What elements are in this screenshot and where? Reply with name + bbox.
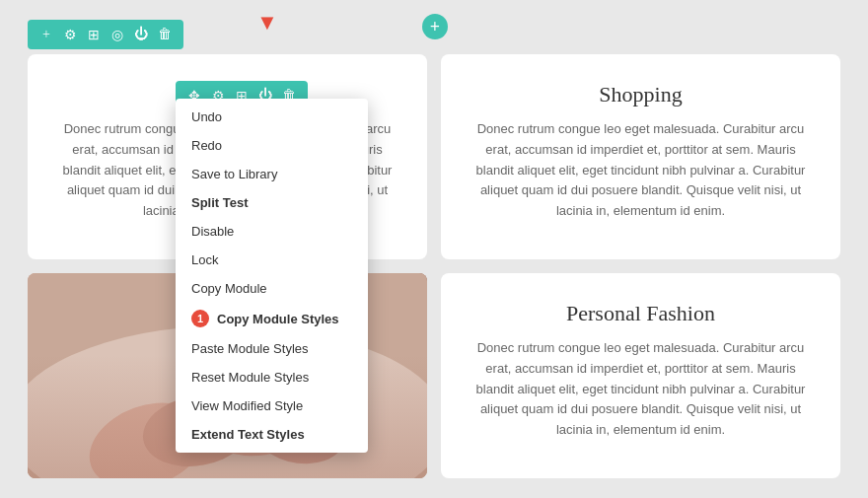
menu-item-disable-label: Disable	[191, 224, 234, 239]
gear-icon[interactable]: ⚙	[61, 26, 79, 43]
menu-item-disable[interactable]: Disable	[176, 217, 368, 246]
menu-item-copy-module-styles-label: Copy Module Styles	[217, 312, 339, 326]
menu-item-view-modified-style[interactable]: View Modified Style	[176, 391, 368, 420]
menu-item-redo[interactable]: Redo	[176, 131, 368, 160]
menu-item-redo-label: Redo	[191, 138, 222, 153]
menu-item-view-modified-label: View Modified Style	[191, 398, 303, 413]
menu-item-copy-module[interactable]: Copy Module	[176, 274, 368, 303]
card-bottom-right-text: Donec rutrum congue leo eget malesuada. …	[470, 338, 811, 441]
menu-item-undo[interactable]: Undo	[176, 103, 368, 131]
menu-item-split-test[interactable]: Split Test	[176, 188, 368, 217]
menu-item-reset-module-styles[interactable]: Reset Module Styles	[176, 363, 368, 391]
menu-item-save-label: Save to Library	[191, 167, 277, 181]
menu-item-paste-label: Paste Module Styles	[191, 341, 309, 356]
card-top-right-text: Donec rutrum congue leo eget malesuada. …	[470, 119, 811, 222]
power-icon[interactable]: ⏻	[132, 26, 150, 43]
copy-styles-badge: 1	[191, 310, 209, 327]
menu-item-reset-label: Reset Module Styles	[191, 370, 309, 385]
menu-item-save-to-library[interactable]: Save to Library	[176, 160, 368, 188]
trash-icon[interactable]: 🗑	[156, 26, 174, 43]
add-icon[interactable]: +	[37, 26, 55, 43]
top-toolbar: + ⚙ ⊞ ◎ ⏻ 🗑	[28, 20, 183, 49]
card-bottom-right: Personal Fashion Donec rutrum congue leo…	[441, 273, 840, 478]
menu-item-lock-label: Lock	[191, 252, 218, 267]
menu-item-copy-module-styles[interactable]: 1 Copy Module Styles	[176, 303, 368, 334]
menu-item-split-test-label: Split Test	[191, 195, 249, 210]
card-top-right: Shopping Donec rutrum congue leo eget ma…	[441, 54, 840, 259]
menu-item-lock[interactable]: Lock	[176, 246, 368, 274]
card-bottom-right-title: Personal Fashion	[470, 301, 811, 326]
menu-item-paste-module-styles[interactable]: Paste Module Styles	[176, 334, 368, 363]
menu-item-extend-text-label: Extend Text Styles	[191, 427, 305, 442]
menu-item-extend-text-styles[interactable]: Extend Text Styles	[176, 420, 368, 449]
menu-item-undo-label: Undo	[191, 109, 222, 124]
circle-icon[interactable]: ◎	[108, 26, 126, 43]
context-menu: Undo Redo Save to Library Split Test Dis…	[176, 99, 368, 453]
add-section-button[interactable]: +	[422, 14, 448, 39]
grid-icon[interactable]: ⊞	[85, 26, 103, 43]
card-top-right-title: Shopping	[470, 82, 811, 107]
content-grid: Clo ion Donec rutrum congue leo eget mal…	[28, 54, 840, 478]
menu-item-copy-module-label: Copy Module	[191, 281, 267, 296]
arrow-indicator: ▼	[256, 10, 278, 36]
